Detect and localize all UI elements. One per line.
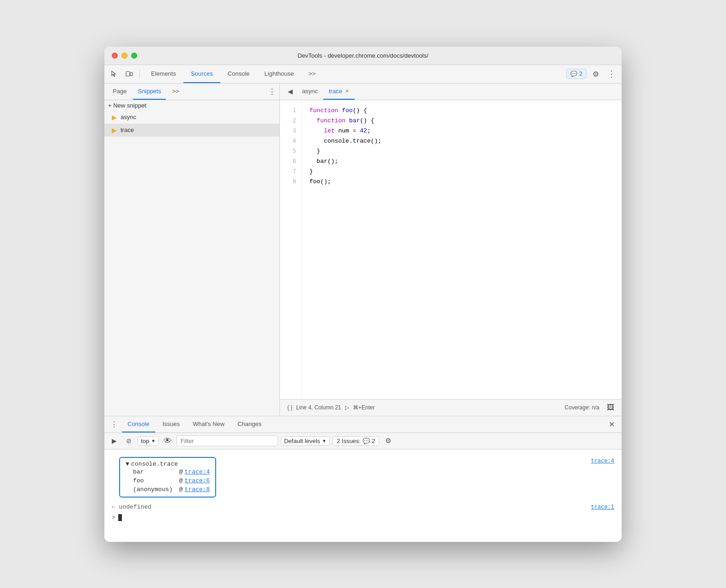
filter-input[interactable] xyxy=(176,435,278,446)
issues-counter[interactable]: 2 Issues: 💬 2 xyxy=(333,436,379,446)
coverage-label: Coverage: n/a xyxy=(565,404,599,411)
console-close-button[interactable]: ✕ xyxy=(605,418,618,431)
minimize-button[interactable] xyxy=(121,53,127,59)
trace-row-anon: (anonymous) @ trace:8 xyxy=(126,485,210,494)
coverage-icon[interactable]: 🖼 xyxy=(607,403,614,412)
left-panel: Page Snippets >> ⋮ + New snippet ▶ a xyxy=(104,84,280,416)
trace-at-1: @ xyxy=(179,477,183,484)
trace-at-2: @ xyxy=(179,486,183,493)
close-tab-icon[interactable]: ✕ xyxy=(345,88,349,94)
comment-icon: 💬 xyxy=(570,71,577,77)
levels-chevron-icon: ▼ xyxy=(322,438,327,444)
svg-rect-1 xyxy=(130,72,133,76)
traffic-lights xyxy=(112,53,137,59)
position-info: Line 4, Column 21 xyxy=(296,404,341,411)
maximize-button[interactable] xyxy=(131,53,137,59)
status-bar: { } Line 4, Column 21 ▷ ⌘+Enter Coverage… xyxy=(280,399,622,416)
console-tab-changes[interactable]: Changes xyxy=(232,416,267,432)
badge-count: 2 xyxy=(579,71,582,77)
console-tab-whatsnew[interactable]: What's New xyxy=(187,416,230,432)
live-expressions-button[interactable]: 👁 xyxy=(162,435,174,447)
sources-secondary-bar: Page Snippets >> ⋮ xyxy=(104,84,279,100)
settings-button[interactable]: ⚙ xyxy=(589,67,602,80)
console-prompt[interactable]: > xyxy=(104,513,622,522)
trace-link-anon[interactable]: trace:8 xyxy=(185,486,210,493)
cursor-icon[interactable] xyxy=(108,67,121,80)
undefined-output-row: ← undefined trace:1 xyxy=(104,501,622,513)
clear-console-button[interactable]: ⊘ xyxy=(123,435,135,447)
console-output: ▼ console.trace bar @ trace:4 foo @ trac… xyxy=(104,450,622,542)
toggle-sidebar-button[interactable]: ◀ xyxy=(284,85,296,98)
status-right: Coverage: n/a 🖼 xyxy=(565,403,614,412)
trace-row-foo: foo @ trace:6 xyxy=(126,476,210,485)
trace-row-bar: bar @ trace:4 xyxy=(126,468,210,476)
console-sidebar-toggle[interactable]: ▶ xyxy=(108,435,120,447)
snippet-icon: ▶ xyxy=(112,114,117,121)
secondary-more-button[interactable]: ⋮ xyxy=(268,87,276,96)
console-tabs-bar: ⋮ Console Issues What's New Changes ✕ xyxy=(104,416,622,433)
tab-sources[interactable]: Sources xyxy=(183,65,220,83)
device-toggle-icon[interactable] xyxy=(123,67,136,80)
issues-badge-button[interactable]: 💬 2 xyxy=(566,69,587,79)
tab-snippets[interactable]: Snippets xyxy=(133,83,166,100)
new-snippet-button[interactable]: + New snippet xyxy=(104,100,279,111)
tab-elements[interactable]: Elements xyxy=(144,65,183,83)
expand-icon[interactable]: ▼ xyxy=(126,461,129,468)
trace-fn-foo: foo xyxy=(133,477,179,484)
console-tab-console[interactable]: Console xyxy=(122,416,155,432)
trace-source-location[interactable]: trace:4 xyxy=(591,458,614,464)
more-tabs-button[interactable]: >> xyxy=(301,65,323,83)
tab-page[interactable]: Page xyxy=(108,83,131,100)
console-more-button[interactable]: ⋮ xyxy=(108,418,120,430)
eye-icon: 👁 xyxy=(163,436,172,446)
sources-panel: Page Snippets >> ⋮ + New snippet ▶ a xyxy=(104,84,622,416)
main-tabs: Elements Sources Console Lighthouse >> xyxy=(144,65,323,83)
trace-at-0: @ xyxy=(179,468,183,475)
trace-header: ▼ console.trace xyxy=(126,461,210,468)
tab-console[interactable]: Console xyxy=(220,65,257,83)
context-label: top xyxy=(141,438,149,444)
code-tab-async[interactable]: async xyxy=(296,83,323,100)
more-options-button[interactable]: ⋮ xyxy=(605,67,618,80)
console-settings-button[interactable]: ⚙ xyxy=(382,435,394,447)
console-panel: ⋮ Console Issues What's New Changes ✕ ▶ … xyxy=(104,416,622,542)
code-editor[interactable]: function foo() { function bar() { let nu… xyxy=(302,100,622,399)
devtools-window: DevTools - developer.chrome.com/docs/dev… xyxy=(104,47,622,542)
trace-box: ▼ console.trace bar @ trace:4 foo @ trac… xyxy=(119,457,216,498)
cursor-indicator xyxy=(118,514,122,521)
snippet-list: ▶ async ▶ trace xyxy=(104,111,279,416)
code-panel: ◀ async trace ✕ 1 2 3 4 xyxy=(280,84,622,416)
console-tab-issues[interactable]: Issues xyxy=(157,416,186,432)
tab-lighthouse[interactable]: Lighthouse xyxy=(257,65,302,83)
trace-link-foo[interactable]: trace:6 xyxy=(185,477,210,484)
toolbar-right: 💬 2 ⚙ ⋮ xyxy=(566,67,618,80)
format-icon[interactable]: { } xyxy=(287,404,292,411)
code-area: 1 2 3 4 5 6 7 8 function foo() { functio… xyxy=(280,100,622,399)
snippet-item-async[interactable]: ▶ async xyxy=(104,111,279,124)
issues-icon: 💬 xyxy=(363,438,370,444)
toolbar-divider-1 xyxy=(139,69,140,78)
title-bar: DevTools - developer.chrome.com/docs/dev… xyxy=(104,47,622,65)
snippet-icon-active: ▶ xyxy=(112,126,117,134)
log-levels-selector[interactable]: Default levels ▼ xyxy=(281,436,330,446)
run-icon[interactable]: ▷ xyxy=(345,404,349,411)
main-toolbar: Elements Sources Console Lighthouse >> 💬… xyxy=(104,65,622,84)
snippet-item-trace[interactable]: ▶ trace xyxy=(104,124,279,137)
code-tabs-bar: ◀ async trace ✕ xyxy=(280,84,622,100)
line-numbers: 1 2 3 4 5 6 7 8 xyxy=(280,100,302,399)
undefined-text: ← undefined xyxy=(112,502,151,512)
trace-output-row: ▼ console.trace bar @ trace:4 foo @ trac… xyxy=(104,453,622,501)
run-shortcut: ⌘+Enter xyxy=(353,404,375,411)
context-chevron-icon: ▼ xyxy=(151,438,156,444)
context-selector[interactable]: top ▼ xyxy=(138,436,159,446)
svg-rect-0 xyxy=(126,72,130,76)
close-button[interactable] xyxy=(112,53,118,59)
sources-content: Page Snippets >> ⋮ + New snippet ▶ a xyxy=(104,84,622,416)
more-secondary-tabs[interactable]: >> xyxy=(168,83,184,100)
code-tab-trace[interactable]: trace ✕ xyxy=(323,83,355,100)
undefined-source-ref[interactable]: trace:1 xyxy=(591,502,614,512)
console-toolbar: ▶ ⊘ top ▼ 👁 Default levels ▼ 2 Issues: 💬… xyxy=(104,433,622,450)
trace-link-bar[interactable]: trace:4 xyxy=(185,468,210,475)
trace-fn-bar: bar xyxy=(133,468,179,475)
trace-fn-anon: (anonymous) xyxy=(133,486,179,493)
